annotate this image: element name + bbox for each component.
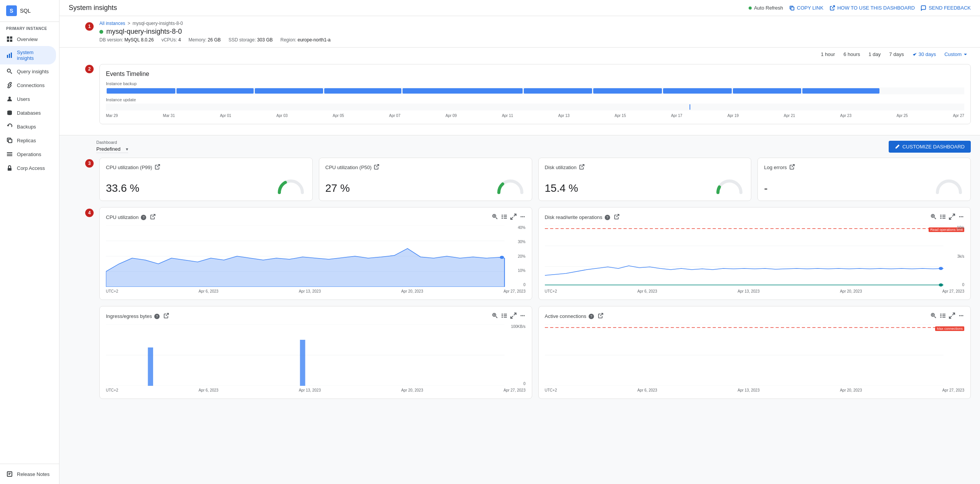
disk-chart-info-icon[interactable]: ? <box>605 215 610 220</box>
dashboard-select-wrap[interactable]: Predefined Custom ▾ <box>96 145 128 153</box>
more-icon-4[interactable] <box>958 313 964 320</box>
more-icon-2[interactable] <box>958 214 964 221</box>
legend-icon-4[interactable] <box>940 313 946 320</box>
expand-icon[interactable] <box>510 214 516 221</box>
instance-name: mysql-query-insights-8-0 <box>106 28 182 36</box>
ingress-chart-label: Ingress/egress bytes <box>106 313 152 319</box>
zoom-icon[interactable] <box>492 214 498 221</box>
auto-refresh[interactable]: Auto Refresh <box>749 5 783 11</box>
sidebar-item-release-notes[interactable]: Release Notes <box>0 467 56 481</box>
time-btn-custom[interactable]: Custom <box>941 51 971 58</box>
chart-cpu-utilization: CPU utilization ? <box>99 207 532 300</box>
sidebar-item-backups[interactable]: Backups <box>0 120 56 133</box>
expand-icon-4[interactable] <box>949 313 955 320</box>
sidebar-label-backups: Backups <box>17 124 36 130</box>
conn-x-apr27: Apr 27, 2023 <box>942 388 964 392</box>
zoom-icon-4[interactable] <box>931 313 937 320</box>
axis-apr19: Apr 19 <box>728 114 739 118</box>
send-feedback-btn[interactable]: SEND FEEDBACK <box>921 5 971 11</box>
disk-label: Disk utilization <box>545 165 577 170</box>
svg-line-21 <box>157 165 160 167</box>
axis-apr13: Apr 13 <box>558 114 569 118</box>
sidebar-item-operations[interactable]: Operations <box>0 147 56 161</box>
cpu-chart-info-icon[interactable]: ? <box>141 215 146 220</box>
svg-rect-13 <box>7 154 12 155</box>
svg-line-23 <box>581 165 584 167</box>
sidebar-item-databases[interactable]: Databases <box>0 106 56 120</box>
chart-disk-rw: Disk read/write operations ? <box>538 207 971 300</box>
ingress-x-apr13: Apr 13, 2023 <box>299 388 321 392</box>
chart-connections-footer: UTC+2 Apr 6, 2023 Apr 13, 2023 Apr 20, 2… <box>545 388 965 392</box>
expand-icon-3[interactable] <box>510 313 516 320</box>
connections-chart-info-icon[interactable]: ? <box>589 314 594 319</box>
sidebar-item-system-insights[interactable]: System insights <box>0 46 56 64</box>
sidebar-label-operations: Operations <box>17 151 41 157</box>
disk-share-icon2[interactable] <box>614 214 619 221</box>
time-btn-1d[interactable]: 1 day <box>866 51 884 58</box>
how-to-use-btn[interactable]: HOW TO USE THIS DASHBOARD <box>830 5 915 11</box>
sidebar-item-users[interactable]: Users <box>0 92 56 106</box>
svg-line-27 <box>496 217 497 219</box>
notes-icon <box>6 471 13 477</box>
logo-icon: S <box>6 5 17 16</box>
main-content: System insights Auto Refresh COPY LINK H… <box>59 0 980 484</box>
cpu-share-icon[interactable] <box>150 214 155 221</box>
pencil-icon <box>895 144 900 149</box>
sidebar: S SQL PRIMARY INSTANCE Overview System i… <box>0 0 59 484</box>
disk-x-apr20: Apr 20, 2023 <box>840 289 862 293</box>
time-btn-7d[interactable]: 7 days <box>886 51 907 58</box>
ingress-chart-svg <box>106 324 526 386</box>
chart-connections-header: Active connections ? <box>545 313 965 320</box>
step-3: 3 <box>85 159 94 168</box>
svg-line-73 <box>496 316 497 318</box>
disk-x-utc: UTC+2 <box>545 289 557 293</box>
auto-refresh-dot <box>749 7 752 10</box>
connections-share-icon[interactable] <box>598 313 603 319</box>
dashboard-controls: Dashboard Predefined Custom ▾ CUSTOMIZE … <box>59 135 980 158</box>
cpu-p99-share-icon[interactable] <box>155 164 160 171</box>
connections-chart-svg <box>545 324 965 386</box>
chart-disk-area: Read operations limit 10/s 3k/s 0 <box>545 226 965 287</box>
svg-point-9 <box>8 97 11 99</box>
expand-icon-2[interactable] <box>949 214 955 221</box>
sidebar-label-corp-access: Corp Access <box>17 165 45 171</box>
region-label: Region: europe-north1-a <box>280 37 331 43</box>
zoom-icon-2[interactable] <box>931 214 937 221</box>
sidebar-item-query-insights[interactable]: Query insights <box>0 64 56 78</box>
breadcrumb-all-instances[interactable]: All instances <box>99 21 125 26</box>
time-range-selector: 1 hour 6 hours 1 day 7 days 30 days Cust… <box>59 48 980 61</box>
dashboard-select[interactable]: Predefined Custom <box>96 145 128 153</box>
svg-point-7 <box>7 69 10 72</box>
more-icon-3[interactable] <box>520 313 526 320</box>
more-icon[interactable] <box>520 214 526 221</box>
log-errors-share-icon[interactable] <box>789 164 795 171</box>
ingress-share-icon[interactable] <box>163 313 169 319</box>
svg-point-40 <box>523 216 525 217</box>
copy-link-btn[interactable]: COPY LINK <box>789 5 823 11</box>
step-2: 2 <box>85 65 94 73</box>
svg-rect-2 <box>7 40 9 42</box>
time-btn-1h[interactable]: 1 hour <box>818 51 838 58</box>
sidebar-item-replicas[interactable]: Replicas <box>0 133 56 147</box>
svg-rect-15 <box>8 168 12 171</box>
legend-icon-2[interactable] <box>940 214 946 221</box>
metric-card-cpu-p50: CPU utilization (P50) 27 % <box>319 158 532 201</box>
metric-card-disk: Disk utilization 15.4 % <box>538 158 752 201</box>
max-connections-badge: Max connections <box>935 325 964 331</box>
sidebar-item-corp-access[interactable]: Corp Access <box>0 161 56 175</box>
ingress-chart-info-icon[interactable]: ? <box>154 314 160 319</box>
disk-share-icon[interactable] <box>579 164 584 171</box>
time-btn-30d[interactable]: 30 days <box>909 51 939 58</box>
svg-point-85 <box>522 315 523 316</box>
svg-line-71 <box>166 313 168 316</box>
zoom-icon-3[interactable] <box>492 313 498 320</box>
customize-dashboard-btn[interactable]: CUSTOMIZE DASHBOARD <box>889 141 971 153</box>
legend-icon-3[interactable] <box>501 313 507 320</box>
sidebar-item-connections[interactable]: Connections <box>0 78 56 92</box>
cpu-p50-share-icon[interactable] <box>374 164 379 171</box>
sidebar-label-connections: Connections <box>17 82 45 88</box>
sidebar-item-overview[interactable]: Overview <box>0 32 56 46</box>
legend-icon[interactable] <box>501 214 507 221</box>
metric-card-log-errors: Log errors - <box>757 158 971 201</box>
time-btn-6h[interactable]: 6 hours <box>840 51 863 58</box>
